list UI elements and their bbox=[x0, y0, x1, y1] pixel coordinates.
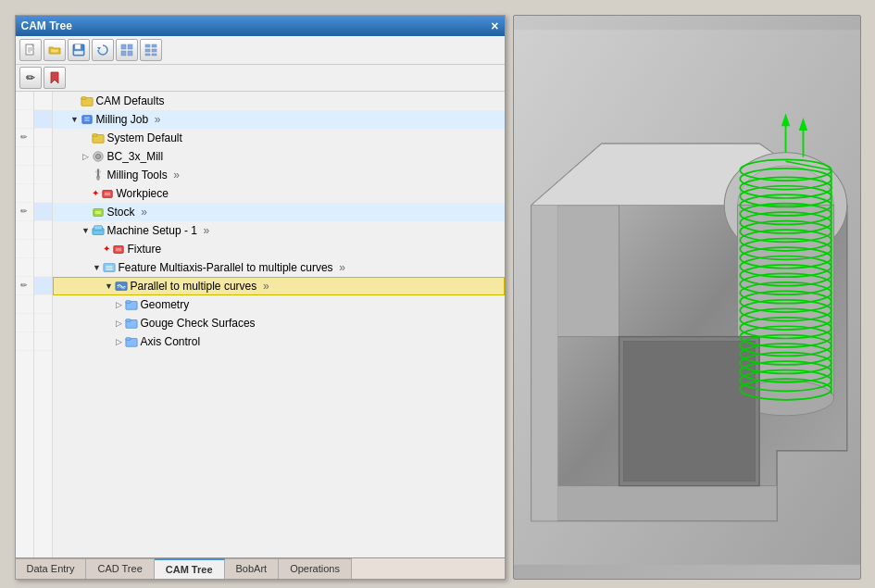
toolbar-row1 bbox=[16, 36, 505, 65]
svg-rect-11 bbox=[128, 51, 132, 56]
side2-row-8 bbox=[34, 221, 52, 240]
tab-data-entry[interactable]: Data Entry bbox=[16, 558, 87, 579]
svg-rect-14 bbox=[145, 49, 150, 52]
close-button[interactable]: × bbox=[491, 19, 498, 32]
tab-cam-tree[interactable]: CAM Tree bbox=[155, 558, 225, 579]
tree-item-bc3x-mill[interactable]: ▷ BC_3x_Mill bbox=[53, 147, 505, 166]
side-row-12 bbox=[16, 295, 33, 314]
toolbar-refresh-button[interactable] bbox=[92, 39, 114, 61]
toolbar-grid-button[interactable] bbox=[116, 39, 138, 61]
svg-rect-6 bbox=[74, 51, 83, 55]
tree-item-milling-job[interactable]: ▼ Milling Job » bbox=[53, 110, 505, 129]
expand-parallel-curves[interactable]: ▼ bbox=[104, 281, 115, 292]
svg-rect-40 bbox=[103, 263, 114, 271]
side2-row-5 bbox=[34, 166, 52, 184]
expand-milling-job[interactable]: ▼ bbox=[69, 114, 81, 125]
expand-geometry[interactable]: ▷ bbox=[114, 299, 125, 310]
pencil-button[interactable]: ✏ bbox=[19, 67, 42, 89]
tree-item-milling-tools[interactable]: Milling Tools » bbox=[53, 166, 505, 184]
fixture-label: Fixture bbox=[128, 243, 162, 256]
svg-rect-20 bbox=[81, 115, 92, 123]
milling-job-icon bbox=[81, 113, 94, 126]
parallel-curves-icon bbox=[115, 280, 128, 293]
open-folder-icon bbox=[48, 44, 61, 56]
cam-tree-window: CAM Tree × bbox=[15, 15, 506, 580]
tree-item-fixture[interactable]: ✦ Fixture bbox=[53, 240, 505, 258]
expand-gouge-check[interactable]: ▷ bbox=[114, 318, 125, 329]
tab-bobart[interactable]: BobArt bbox=[225, 558, 280, 579]
tree-item-workpiece[interactable]: ✦ Workpiece bbox=[53, 184, 505, 203]
tree-item-feature-multiaxis[interactable]: ▼ Feature Multiaxis-Parallel to multiple… bbox=[53, 258, 505, 277]
side-row-6 bbox=[16, 184, 33, 203]
side2-row-2 bbox=[34, 110, 52, 129]
bottom-tabs: Data Entry CAD Tree CAM Tree BobArt Oper… bbox=[16, 557, 505, 579]
expand-machine-setup[interactable]: ▼ bbox=[81, 225, 92, 236]
tree-item-stock[interactable]: Stock » bbox=[53, 203, 505, 221]
side2-row-12 bbox=[34, 295, 52, 314]
svg-rect-15 bbox=[152, 49, 156, 52]
side2-row-10 bbox=[34, 258, 52, 277]
svg-rect-36 bbox=[94, 225, 102, 229]
gouge-check-label: Gouge Check Surfaces bbox=[141, 317, 256, 330]
svg-rect-49 bbox=[125, 337, 130, 340]
svg-rect-34 bbox=[94, 210, 101, 214]
bookmark-button[interactable] bbox=[44, 67, 66, 89]
side-column-2 bbox=[34, 92, 53, 557]
toolbar-open-button[interactable] bbox=[44, 39, 66, 61]
tab-cad-tree[interactable]: CAD Tree bbox=[86, 558, 154, 579]
grid-icon bbox=[120, 44, 133, 56]
svg-rect-8 bbox=[121, 44, 126, 49]
svg-marker-28 bbox=[96, 176, 100, 180]
side2-row-7 bbox=[34, 203, 52, 221]
expand-bc3x[interactable]: ▷ bbox=[81, 151, 92, 162]
svg-rect-29 bbox=[95, 170, 96, 172]
toolbar-save-button[interactable] bbox=[68, 39, 90, 61]
svg-rect-45 bbox=[125, 300, 130, 303]
machine-setup-icon bbox=[92, 224, 105, 237]
milling-job-label: Milling Job » bbox=[96, 113, 161, 126]
list-icon bbox=[144, 44, 157, 56]
workpiece-icon bbox=[101, 187, 114, 200]
tree-item-machine-setup[interactable]: ▼ Machine Setup - 1 » bbox=[53, 221, 505, 240]
geometry-icon bbox=[125, 298, 138, 311]
side-column: ✏ ✏ ✏ bbox=[16, 92, 34, 557]
side-row-1 bbox=[16, 92, 33, 110]
toolbar-row2: ✏ bbox=[16, 65, 505, 92]
axis-control-label: Axis Control bbox=[141, 335, 201, 348]
expand-stock bbox=[81, 206, 92, 218]
viewport-3d bbox=[513, 15, 861, 580]
tab-operations[interactable]: Operations bbox=[279, 558, 352, 579]
expand-feature-multiaxis[interactable]: ▼ bbox=[92, 262, 103, 273]
workpiece-red-dot: ✦ bbox=[92, 188, 99, 198]
fixture-red-dot: ✦ bbox=[103, 244, 110, 254]
svg-rect-10 bbox=[121, 51, 126, 56]
tree-item-system-default[interactable]: System Default bbox=[53, 129, 505, 147]
svg-rect-13 bbox=[152, 44, 156, 47]
toolbar-new-button[interactable] bbox=[19, 39, 42, 61]
tree-item-geometry[interactable]: ▷ Geometry bbox=[53, 295, 505, 314]
axis-control-icon bbox=[125, 335, 138, 348]
svg-rect-0 bbox=[26, 44, 33, 55]
tree-item-parallel-curves[interactable]: ▼ Parallel to multiple curves » bbox=[53, 277, 505, 295]
expand-workpiece bbox=[81, 188, 92, 199]
tree-item-cam-defaults[interactable]: CAM Defaults bbox=[53, 92, 505, 110]
svg-rect-19 bbox=[81, 96, 85, 99]
svg-rect-39 bbox=[115, 247, 121, 251]
expand-axis-control[interactable]: ▷ bbox=[114, 336, 125, 347]
tree-content-area: ✏ ✏ ✏ bbox=[16, 92, 505, 557]
window-titlebar: CAM Tree × bbox=[16, 16, 505, 36]
geometry-label: Geometry bbox=[141, 298, 190, 311]
side2-row-14 bbox=[34, 332, 52, 351]
side-row-5 bbox=[16, 166, 33, 184]
toolbar-list-button[interactable] bbox=[140, 39, 162, 61]
cam-defaults-icon bbox=[81, 94, 94, 107]
side2-row-1 bbox=[34, 92, 52, 110]
new-file-icon bbox=[24, 44, 37, 56]
tree-item-axis-control[interactable]: ▷ Axis Control bbox=[53, 332, 505, 351]
side-row-3: ✏ bbox=[16, 129, 33, 147]
tree-item-gouge-check[interactable]: ▷ Gouge Check Surfaces bbox=[53, 314, 505, 332]
svg-rect-56 bbox=[623, 341, 755, 481]
window-title: CAM Tree bbox=[21, 19, 72, 32]
svg-rect-17 bbox=[152, 54, 156, 56]
svg-rect-47 bbox=[125, 319, 130, 321]
